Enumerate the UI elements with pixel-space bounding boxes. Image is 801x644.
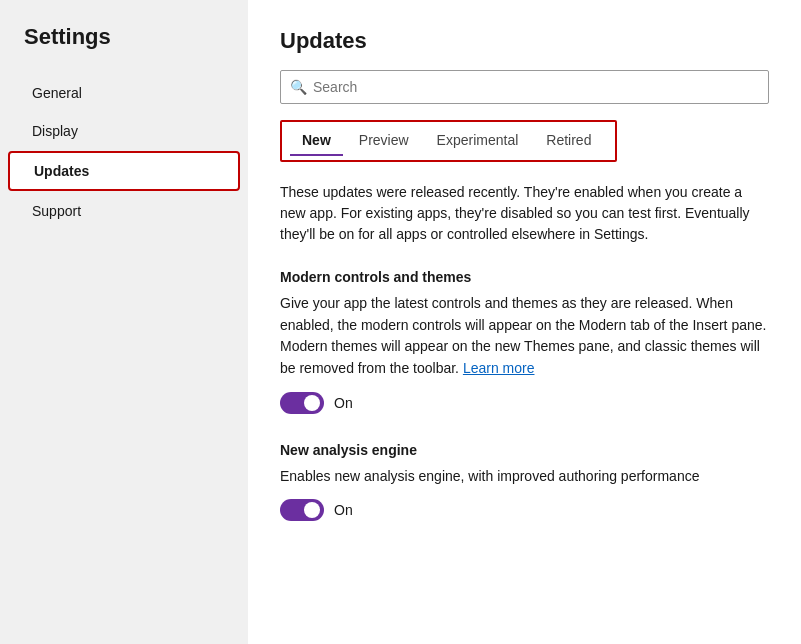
tab-new[interactable]: New bbox=[290, 126, 343, 156]
sidebar-item-support[interactable]: Support bbox=[8, 193, 240, 229]
toggle-modern-controls-label: On bbox=[334, 395, 353, 411]
updates-description: These updates were released recently. Th… bbox=[280, 182, 769, 245]
toggle-modern-controls[interactable] bbox=[280, 392, 324, 414]
toggle-modern-controls-row: On bbox=[280, 392, 769, 414]
section-modern-controls-title: Modern controls and themes bbox=[280, 269, 769, 285]
toggle-analysis-engine[interactable] bbox=[280, 499, 324, 521]
toggle-analysis-engine-row: On bbox=[280, 499, 769, 521]
search-container: 🔍 bbox=[280, 70, 769, 104]
sidebar-item-updates[interactable]: Updates bbox=[8, 151, 240, 191]
learn-more-link[interactable]: Learn more bbox=[463, 360, 535, 376]
toggle-thumb bbox=[304, 395, 320, 411]
tab-experimental[interactable]: Experimental bbox=[425, 126, 531, 156]
section-modern-controls-desc: Give your app the latest controls and th… bbox=[280, 293, 769, 380]
section-analysis-engine-title: New analysis engine bbox=[280, 442, 769, 458]
page-title: Updates bbox=[280, 28, 769, 54]
section-analysis-engine-desc: Enables new analysis engine, with improv… bbox=[280, 466, 769, 488]
app-title: Settings bbox=[0, 24, 248, 74]
sidebar-item-general[interactable]: General bbox=[8, 75, 240, 111]
tab-retired[interactable]: Retired bbox=[534, 126, 603, 156]
section-analysis-engine: New analysis engine Enables new analysis… bbox=[280, 442, 769, 522]
section-modern-controls: Modern controls and themes Give your app… bbox=[280, 269, 769, 414]
sidebar-item-display[interactable]: Display bbox=[8, 113, 240, 149]
main-content: Updates 🔍 New Preview Experimental Retir… bbox=[248, 0, 801, 644]
search-input[interactable] bbox=[280, 70, 769, 104]
sidebar: Settings General Display Updates Support bbox=[0, 0, 248, 644]
tabs-container: New Preview Experimental Retired bbox=[280, 120, 617, 162]
tab-preview[interactable]: Preview bbox=[347, 126, 421, 156]
toggle-analysis-engine-label: On bbox=[334, 502, 353, 518]
search-icon: 🔍 bbox=[290, 79, 307, 95]
